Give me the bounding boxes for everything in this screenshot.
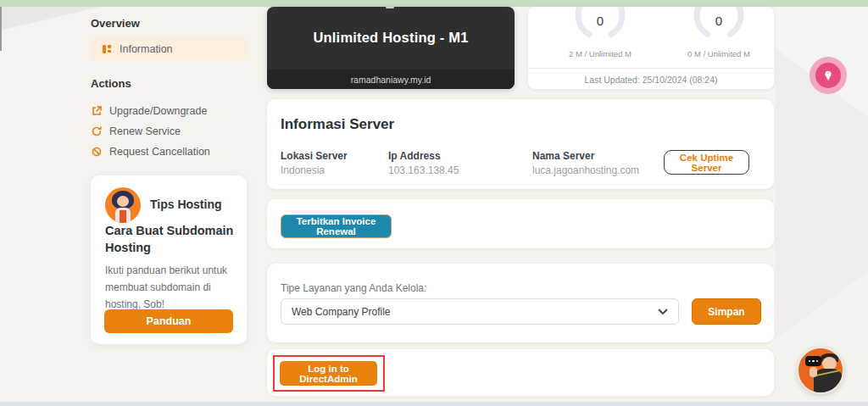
sidebar-item-upgrade-downgrade[interactable]: Upgrade/Downgrade [91, 103, 247, 118]
service-type-select[interactable]: Web Company Profile [281, 298, 679, 325]
server-info-title: Informasi Server [281, 116, 394, 133]
service-type-card: Tipe Layanan yang Anda Kelola: Web Compa… [267, 264, 774, 342]
gauge-label: 0 M / Unlimited M [659, 49, 774, 58]
top-green-strip [0, 0, 868, 7]
tips-card-title: Tips Hosting [150, 197, 222, 211]
plan-domain: ramadhaniawy.my.id [351, 75, 431, 85]
field-label: Lokasi Server [281, 150, 348, 162]
sidebar-item-label: Information [120, 43, 173, 55]
avatar-waving-hand [810, 367, 817, 377]
kanban-icon [101, 44, 112, 55]
left-edge-line [0, 7, 2, 51]
renewal-invoice-card: Terbitkan Invoice Renewal [267, 199, 774, 248]
external-arrow-icon [91, 105, 102, 116]
actions-heading: Actions [91, 77, 131, 90]
lightbulb-icon [822, 70, 834, 81]
help-button-inner [815, 63, 841, 88]
gauge-value: 0 [575, 14, 626, 28]
hosting-plan-card: Unlimited Hosting - M1 ramadhaniawy.my.i… [267, 7, 515, 89]
field-label: Nama Server [532, 150, 594, 162]
field-value: 103.163.138.45 [388, 164, 459, 176]
chevron-down-icon [658, 309, 668, 315]
service-type-label: Tipe Layanan yang Anda Kelola: [281, 282, 426, 294]
refresh-icon [91, 125, 102, 136]
cek-uptime-server-button[interactable]: Cek Uptime Server [664, 150, 749, 175]
tips-card-body: Ikuti panduan berikut untuk membuat subd… [105, 263, 236, 313]
clipped-text-artifact [386, 7, 394, 8]
selected-option: Web Company Profile [292, 306, 658, 318]
sidebar-item-label: Renew Service [109, 125, 181, 137]
field-value: Indonesia [281, 164, 325, 176]
assistant-avatar-widget[interactable] [797, 347, 844, 394]
field-label: Ip Address [388, 150, 441, 162]
panduan-button[interactable]: Panduan [104, 309, 233, 333]
sidebar-item-label: Upgrade/Downgrade [109, 105, 207, 117]
gauge-label: 2 M / Unlimited M [541, 49, 659, 58]
left-corner-wedge [0, 7, 100, 31]
field-value: luca.jagoanhosting.com [532, 164, 639, 176]
login-directadmin-button[interactable]: Log in to DirectAdmin [280, 361, 377, 386]
sidebar-item-request-cancellation[interactable]: Request Cancellation [91, 144, 247, 159]
gauge-value: 0 [693, 14, 744, 28]
speech-bubble-icon [805, 356, 821, 366]
last-updated-text: Last Updated: 25/10/2024 (08:24) [528, 75, 774, 85]
sidebar-item-information[interactable]: Information [91, 37, 247, 61]
divider [528, 68, 774, 69]
bottom-strip [0, 402, 868, 406]
plan-title: Unlimited Hosting - M1 [267, 30, 515, 46]
server-info-card: Informasi Server Lokasi Server Indonesia… [267, 99, 774, 189]
usage-stats-card: 0 0 2 M / Unlimited M 0 M / Unlimited M … [528, 7, 774, 89]
avatar-tee [120, 210, 126, 223]
tips-avatar [105, 187, 141, 223]
overview-heading: Overview [91, 17, 140, 30]
directadmin-card: Log in to DirectAdmin [267, 349, 774, 396]
sidebar-item-renew-service[interactable]: Renew Service [91, 124, 247, 138]
avatar-face [117, 196, 129, 207]
help-floating-button[interactable] [810, 57, 847, 94]
terbitkan-invoice-renewal-button[interactable]: Terbitkan Invoice Renewal [281, 214, 392, 238]
plan-footer: ramadhaniawy.my.id [267, 70, 515, 89]
tips-card-heading: Cara Buat Subdomain Hosting [105, 222, 234, 257]
tips-hosting-card: Tips Hosting Cara Buat Subdomain Hosting… [91, 175, 247, 344]
ban-icon [91, 146, 102, 157]
sidebar-item-label: Request Cancellation [109, 146, 210, 158]
simpan-button[interactable]: Simpan [692, 298, 761, 325]
